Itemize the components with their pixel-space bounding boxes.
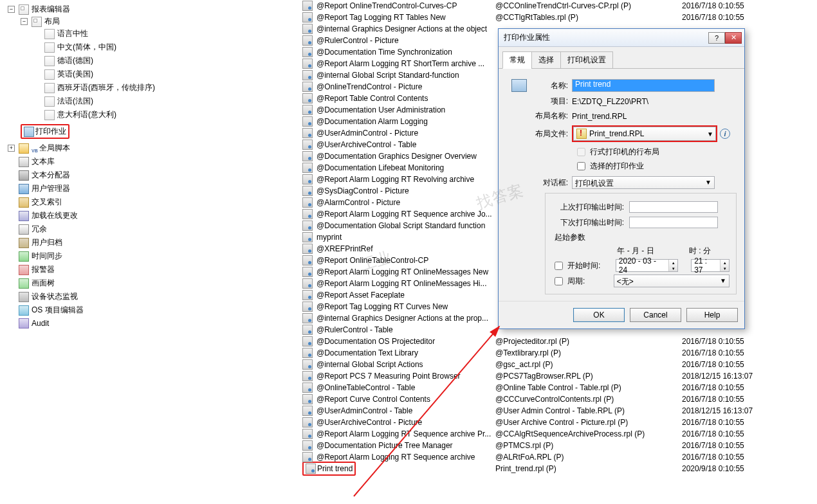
list-item[interactable]: @UserArchiveControl - Picture@User Archi… xyxy=(302,417,817,428)
item-date: 2016/7/18 0:10:55 xyxy=(682,383,811,392)
list-item[interactable]: @Documentation OS Projecteditor@Projecte… xyxy=(302,336,817,347)
checkbox-selected-job[interactable]: 选择的打印作业 xyxy=(574,160,737,172)
tree-print-job[interactable]: 打印作业 xyxy=(21,124,69,139)
document-icon xyxy=(302,128,313,138)
item-date: 2016/7/18 0:10:55 xyxy=(682,441,811,450)
layoutfile-dropdown[interactable]: Print_trend.RPL ▼ xyxy=(573,127,716,141)
document-icon xyxy=(302,348,313,358)
tree-lang-en[interactable]: 英语(美国) xyxy=(33,69,93,80)
item-date: 2018/12/15 16:13:07 xyxy=(682,372,811,381)
tree-horn[interactable]: 报警器 xyxy=(8,264,55,275)
checkbox-period[interactable]: 周期: xyxy=(552,275,601,287)
item-date: 2016/7/18 0:10:55 xyxy=(682,348,811,357)
item-name: @Documentation Lifebeat Monitoring xyxy=(317,163,444,172)
textdist-icon xyxy=(19,170,29,181)
tree-lang-fr[interactable]: 法语(法国) xyxy=(33,96,93,107)
tree-lang-de[interactable]: 德语(德国) xyxy=(33,55,93,66)
tree-user-archive[interactable]: 用户归档 xyxy=(8,237,62,248)
close-button[interactable]: ✕ xyxy=(725,32,742,44)
list-item[interactable]: @internal Global Script Actions@gsc_act.… xyxy=(302,359,817,370)
chevron-down-icon: ▼ xyxy=(705,179,711,186)
item-filename: @Projecteditor.rpl (P) xyxy=(495,337,682,346)
tab-general[interactable]: 常规 xyxy=(502,51,532,69)
tree-layout[interactable]: − 布局 xyxy=(21,16,60,27)
ok-button[interactable]: OK xyxy=(573,308,625,322)
document-icon xyxy=(302,35,313,46)
document-icon xyxy=(302,151,313,161)
list-item[interactable]: @Report Alarm Logging RT Sequence archiv… xyxy=(302,428,817,440)
tree-global-script[interactable]: +VB全局脚本 xyxy=(8,143,70,154)
tree-user-admin[interactable]: 用户管理器 xyxy=(8,183,70,194)
list-item[interactable]: @Documentation Text Library@Textlibrary.… xyxy=(302,347,817,359)
tree-os-editor[interactable]: OS 项目编辑器 xyxy=(8,305,84,316)
list-item[interactable]: @Report Curve Control Contents@CCCurveCo… xyxy=(302,393,817,405)
tree-dev-status[interactable]: 设备状态监视 xyxy=(8,291,78,302)
start-date-input[interactable]: 2020 - 03 - 24▲▼ xyxy=(616,259,678,272)
info-icon[interactable]: i xyxy=(720,129,730,139)
horn-icon xyxy=(19,265,29,275)
item-name: @internal Global Script Actions xyxy=(317,360,423,369)
lang-icon xyxy=(44,110,55,120)
collapse-icon[interactable]: − xyxy=(21,18,28,25)
list-item[interactable]: @OnlineTableControl - Table@Online Table… xyxy=(302,382,817,393)
tree-lang-it[interactable]: 意大利语(意大利) xyxy=(33,109,116,120)
list-item[interactable]: Print trendPrint_trend.rpl (P)2020/9/18 … xyxy=(302,463,817,474)
document-icon xyxy=(302,70,313,80)
start-time-input[interactable]: 21 : 37▲▼ xyxy=(691,259,730,272)
item-date: 2016/7/18 0:10:55 xyxy=(682,337,811,346)
item-name: @internal Graphics Designer Actions at t… xyxy=(317,314,488,323)
tree-lang-neutral[interactable]: 语言中性 xyxy=(33,28,88,39)
list-item[interactable]: @Report OnlineTrendControl-Curves-CP@CCO… xyxy=(302,0,817,12)
tab-select[interactable]: 选择 xyxy=(531,51,561,69)
item-date: 2016/7/18 0:10:55 xyxy=(682,453,811,462)
item-name: @UserArchiveControl - Picture xyxy=(317,418,422,427)
print-job-icon xyxy=(24,127,34,137)
project-value: E:\ZDTQ_FLZ20\PRT\ xyxy=(572,97,737,106)
item-name: @Report Asset Faceplate xyxy=(317,291,405,300)
checkbox-line-printer[interactable]: 行式打印机的行布局 xyxy=(574,146,737,158)
period-dropdown[interactable]: <无>▼ xyxy=(614,274,730,287)
tree-xref[interactable]: 交叉索引 xyxy=(8,197,62,208)
audit-icon xyxy=(19,318,29,328)
list-item[interactable]: @Report Tag Logging RT Tables New@CCTlgR… xyxy=(302,12,817,23)
item-name: @Report Alarm Logging RT ShortTerm archi… xyxy=(317,59,484,68)
tree-picture-tree[interactable]: 画面树 xyxy=(8,278,55,289)
tree-lang-cn[interactable]: 中文(简体，中国) xyxy=(33,42,116,53)
dialogbox-label: 对话框: xyxy=(506,177,572,188)
tree-redundancy[interactable]: 冗余 xyxy=(8,224,47,235)
tree-root[interactable]: − 报表编辑器 xyxy=(8,4,70,15)
document-icon xyxy=(302,371,313,381)
tree-audit[interactable]: Audit xyxy=(8,318,49,328)
document-icon xyxy=(302,221,313,231)
warning-icon xyxy=(576,129,587,139)
document-icon xyxy=(302,232,313,242)
help-button[interactable]: Help xyxy=(686,308,738,322)
list-item[interactable]: @Report PCS 7 Measuring Point Browser@PC… xyxy=(302,370,817,382)
tree-load-change[interactable]: 加载在线更改 xyxy=(8,210,78,221)
tree-text-lib[interactable]: 文本库 xyxy=(8,156,55,167)
name-input[interactable]: Print trend xyxy=(572,79,715,92)
checkbox-start-time[interactable]: 开始时间: xyxy=(552,260,603,272)
list-item[interactable]: @Documentation Picture Tree Manager@PTMC… xyxy=(302,440,817,451)
document-icon xyxy=(302,93,313,104)
collapse-icon[interactable]: − xyxy=(8,6,15,13)
lang-icon xyxy=(44,83,55,93)
tree-time-sync[interactable]: 时间同步 xyxy=(8,251,62,262)
item-name: @RulerControl - Table xyxy=(317,325,393,334)
dialogbox-dropdown[interactable]: 打印机设置▼ xyxy=(572,176,715,189)
help-button-titlebar[interactable]: ? xyxy=(708,32,725,44)
tab-printer[interactable]: 打印机设置 xyxy=(560,51,613,69)
item-filename: @gsc_act.rpl (P) xyxy=(495,360,682,369)
item-name: Print trend xyxy=(317,464,353,473)
item-filename: @PTMCS.rpl (P) xyxy=(495,441,682,450)
clock-icon xyxy=(19,251,29,262)
list-item[interactable]: @UserAdminControl - Table@User Admin Con… xyxy=(302,405,817,417)
cancel-button[interactable]: Cancel xyxy=(630,308,681,322)
tree-text-dist[interactable]: 文本分配器 xyxy=(8,170,70,181)
script-icon xyxy=(19,143,29,154)
item-filename: @Textlibrary.rpl (P) xyxy=(495,348,682,357)
item-date: 2016/7/18 0:10:55 xyxy=(682,429,811,438)
tree-lang-es[interactable]: 西班牙语(西班牙，传统排序) xyxy=(33,82,155,93)
item-name: @Documentation OS Projecteditor xyxy=(317,337,435,346)
item-name: @UserArchiveControl - Table xyxy=(317,140,416,149)
